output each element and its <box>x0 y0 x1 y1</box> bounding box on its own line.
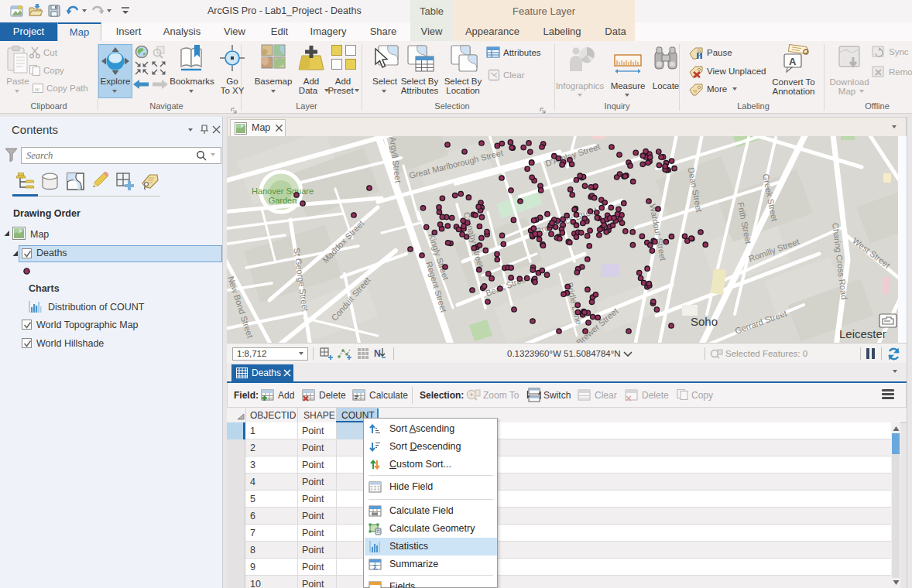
svg-text:Σ: Σ <box>373 563 378 571</box>
svg-text:Soho: Soho <box>691 315 718 328</box>
svg-text:A: A <box>789 56 797 67</box>
svg-text:N: N <box>374 348 381 359</box>
svg-text:Leicester: Leicester <box>839 327 886 340</box>
